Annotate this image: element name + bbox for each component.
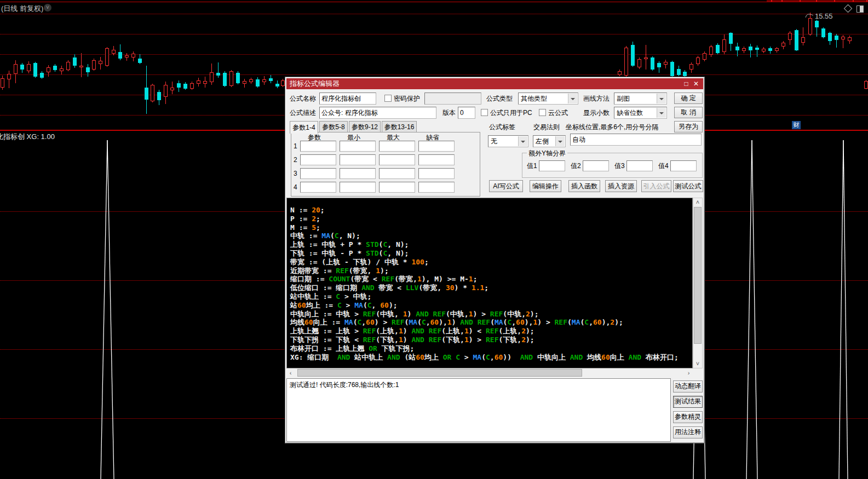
- version-label: 版本: [442, 107, 456, 119]
- candle: [151, 85, 154, 101]
- param-input-r1c4[interactable]: [418, 141, 455, 152]
- y-value-label: 值2: [571, 160, 581, 172]
- maximize-icon[interactable]: □: [681, 78, 691, 89]
- side-button-4[interactable]: 用法注释: [673, 426, 703, 438]
- cloud-formula-checkbox[interactable]: 云公式: [539, 107, 568, 119]
- draw-method-select[interactable]: 副图: [614, 93, 667, 105]
- candle: [138, 59, 142, 63]
- code-line: 带宽 := (上轨 - 下轨) / 中轨 * 100;: [290, 258, 692, 267]
- tab-参数13-16[interactable]: 参数13-16: [382, 121, 417, 132]
- chevron-down-icon[interactable]: [518, 136, 527, 146]
- scroll-down-icon[interactable]: ˅: [693, 360, 702, 368]
- close-icon[interactable]: ✕: [691, 78, 701, 89]
- formula-type-value: 其他类型: [521, 95, 547, 102]
- candle: [210, 72, 214, 82]
- candle: [729, 33, 733, 44]
- candle: [755, 48, 759, 50]
- param-input-r3c4[interactable]: [418, 168, 455, 179]
- y-value-input-2[interactable]: [583, 160, 609, 171]
- action-button-5[interactable]: 引入公式: [641, 180, 671, 192]
- hscroll-thumb[interactable]: [297, 369, 582, 377]
- candle: [275, 84, 279, 86]
- cancel-button[interactable]: 取 消: [674, 107, 703, 118]
- ok-button[interactable]: 确 定: [674, 93, 703, 104]
- financial-report-badge[interactable]: 财: [792, 121, 801, 129]
- coord-line-input[interactable]: [570, 134, 702, 146]
- candle: [14, 64, 18, 74]
- candle-wick: [9, 71, 9, 88]
- code-hscrollbar[interactable]: ‹ ›: [286, 368, 693, 377]
- y-value-input-3[interactable]: [626, 160, 653, 171]
- checkbox-icon[interactable]: [539, 109, 546, 116]
- chevron-down-icon[interactable]: [568, 94, 577, 103]
- param-input-r4c2[interactable]: [340, 182, 376, 193]
- candle: [735, 47, 739, 50]
- param-input-r1c2[interactable]: [340, 141, 376, 152]
- param-input-r2c2[interactable]: [340, 154, 376, 165]
- code-line: 布林开口 := 上轨上翘 OR 下轨下拐;: [290, 344, 692, 353]
- formula-tag-select[interactable]: 无: [488, 135, 528, 147]
- y-value-input-4[interactable]: [670, 160, 697, 171]
- formula-tag-label: 公式标签: [489, 121, 515, 133]
- dialog-titlebar[interactable]: 指标公式编辑器 □ ✕: [286, 78, 703, 89]
- save-as-button[interactable]: 另存为: [674, 121, 703, 132]
- side-button-2[interactable]: 测试结果: [673, 396, 703, 408]
- param-input-r2c3[interactable]: [379, 154, 415, 165]
- code-vscrollbar[interactable]: ˄ ˅: [693, 198, 703, 368]
- action-button-4[interactable]: 插入资源: [605, 180, 637, 192]
- param-input-r4c4[interactable]: [418, 182, 455, 193]
- candle: [637, 59, 641, 67]
- candle: [145, 88, 148, 100]
- vscroll-thumb[interactable]: [694, 207, 702, 344]
- chevron-down-icon[interactable]: [657, 94, 666, 103]
- formula-type-select[interactable]: 其他类型: [518, 93, 578, 105]
- checkbox-icon[interactable]: [384, 95, 392, 102]
- diamond-icon[interactable]: [844, 4, 853, 13]
- param-input-r3c1[interactable]: [300, 168, 336, 179]
- formula-name-label: 公式名称: [290, 93, 316, 105]
- param-input-r2c1[interactable]: [300, 154, 336, 165]
- formula-name-input[interactable]: [319, 93, 376, 105]
- version-input[interactable]: [458, 107, 475, 119]
- param-input-r2c4[interactable]: [418, 154, 455, 165]
- side-button-1[interactable]: 动态翻译: [673, 380, 703, 393]
- candle: [92, 60, 96, 70]
- action-button-6[interactable]: 测试公式: [673, 180, 703, 192]
- candle: [801, 37, 805, 43]
- scroll-right-icon[interactable]: ›: [685, 368, 693, 377]
- param-input-r4c1[interactable]: [300, 182, 336, 193]
- action-button-3[interactable]: 插入函数: [568, 180, 600, 192]
- action-button-1[interactable]: AI写公式: [489, 180, 523, 192]
- split-view-icon[interactable]: [856, 5, 864, 13]
- param-input-r1c1[interactable]: [300, 141, 336, 152]
- scroll-up-icon[interactable]: ˄: [693, 198, 702, 206]
- pc-only-checkbox[interactable]: 公式只用于PC: [481, 107, 532, 119]
- action-button-2[interactable]: 编辑操作: [530, 180, 561, 192]
- candle: [47, 67, 50, 72]
- code-line: 站中轨上 := C > 中轨;: [290, 292, 692, 301]
- formula-code-editor[interactable]: N := 20;P := 2;M := 5;中轨 := MA(C, N);上轨 …: [286, 198, 693, 368]
- chevron-down-icon[interactable]: [657, 108, 666, 118]
- decimal-select[interactable]: 缺省位数: [614, 107, 667, 119]
- password-protect-checkbox[interactable]: 密码保护: [384, 93, 420, 105]
- param-input-r1c3[interactable]: [379, 141, 415, 152]
- trade-rule-select[interactable]: 左侧: [533, 135, 566, 147]
- candle: [236, 73, 240, 83]
- param-input-r3c3[interactable]: [379, 168, 415, 179]
- tab-参数5-8[interactable]: 参数5-8: [319, 121, 348, 132]
- candle-wick: [750, 44, 751, 57]
- chevron-down-icon[interactable]: ˅: [44, 4, 51, 11]
- checkbox-icon[interactable]: [481, 109, 488, 116]
- tab-参数1-4[interactable]: 参数1-4: [290, 121, 318, 134]
- formula-desc-input[interactable]: [319, 107, 436, 119]
- candle: [821, 28, 825, 37]
- candle: [657, 63, 661, 67]
- param-input-r3c2[interactable]: [340, 168, 376, 179]
- side-button-3[interactable]: 参数精灵: [673, 411, 703, 423]
- param-input-r4c3[interactable]: [379, 182, 415, 193]
- tab-参数9-12[interactable]: 参数9-12: [349, 121, 381, 132]
- y-value-input-1[interactable]: [539, 160, 565, 171]
- candle: [197, 80, 200, 84]
- scroll-left-icon[interactable]: ‹: [286, 368, 295, 377]
- chevron-down-icon[interactable]: [555, 136, 565, 146]
